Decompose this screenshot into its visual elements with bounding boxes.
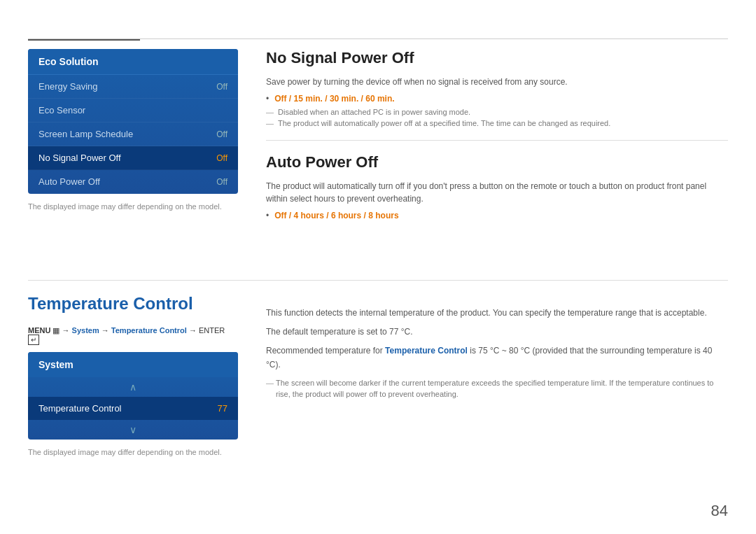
eco-solution-menu: Eco Solution Energy Saving Off Eco Senso… bbox=[28, 49, 238, 194]
menu-item-eco-sensor[interactable]: Eco Sensor bbox=[28, 99, 238, 122]
temp-desc1: This function detects the internal tempe… bbox=[266, 307, 728, 320]
auto-power-off-options: Off / 4 hours / 6 hours / 8 hours bbox=[274, 211, 398, 220]
menu-item-no-signal-power-off[interactable]: No Signal Power Off Off bbox=[28, 146, 238, 170]
temp-desc3: Recommended temperature for Temperature … bbox=[266, 344, 728, 371]
auto-power-off-options-bullet: • Off / 4 hours / 6 hours / 8 hours bbox=[266, 211, 728, 220]
temp-note1: The screen will become darker if the cur… bbox=[266, 377, 728, 400]
menu-item-energy-saving[interactable]: Energy Saving Off bbox=[28, 75, 238, 99]
temp-control-menu-item[interactable]: Temperature Control 77 bbox=[28, 397, 238, 420]
no-signal-options: Off / 15 min. / 30 min. / 60 min. bbox=[274, 94, 394, 104]
temp-note: The displayed image may differ depending… bbox=[28, 448, 238, 456]
section-divider-1 bbox=[266, 140, 728, 141]
system-menu-box: System ∧ Temperature Control 77 ∨ bbox=[28, 352, 238, 440]
temperature-control-title: Temperature Control bbox=[28, 294, 238, 314]
nav-arrow-up[interactable]: ∧ bbox=[28, 377, 238, 397]
no-signal-section: No Signal Power Off Save power by turnin… bbox=[266, 49, 728, 127]
menu-item-auto-power-off[interactable]: Auto Power Off Off bbox=[28, 170, 238, 194]
top-divider-line bbox=[28, 38, 728, 39]
temperature-control-left: Temperature Control MENU ▦ → System → Te… bbox=[28, 294, 238, 456]
auto-power-off-section: Auto Power Off The product will automati… bbox=[266, 153, 728, 220]
menu-nav-path: MENU ▦ → System → Temperature Control → … bbox=[28, 326, 238, 344]
no-signal-options-bullet: • Off / 15 min. / 30 min. / 60 min. bbox=[266, 94, 728, 104]
system-menu-header: System bbox=[28, 352, 238, 377]
no-signal-note2: The product will automatically power off… bbox=[266, 119, 728, 127]
no-signal-title: No Signal Power Off bbox=[266, 49, 728, 67]
right-content-panel: No Signal Power Off Save power by turnin… bbox=[266, 49, 728, 225]
temperature-control-right: This function detects the internal tempe… bbox=[266, 294, 728, 403]
page-number: 84 bbox=[711, 502, 728, 520]
temp-desc2: The default temperature is set to 77 °C. bbox=[266, 325, 728, 339]
auto-power-off-title: Auto Power Off bbox=[266, 153, 728, 171]
eco-solution-header: Eco Solution bbox=[28, 49, 238, 75]
no-signal-note1: Disabled when an attached PC is in power… bbox=[266, 108, 728, 116]
auto-power-off-desc: The product will automatically turn off … bbox=[266, 180, 728, 205]
nav-arrow-down[interactable]: ∨ bbox=[28, 420, 238, 440]
eco-note: The displayed image may differ depending… bbox=[28, 202, 238, 211]
no-signal-desc: Save power by turning the device off whe… bbox=[266, 76, 728, 88]
menu-item-screen-lamp[interactable]: Screen Lamp Schedule Off bbox=[28, 122, 238, 146]
mid-divider bbox=[28, 280, 728, 281]
eco-solution-panel: Eco Solution Energy Saving Off Eco Senso… bbox=[28, 49, 238, 211]
